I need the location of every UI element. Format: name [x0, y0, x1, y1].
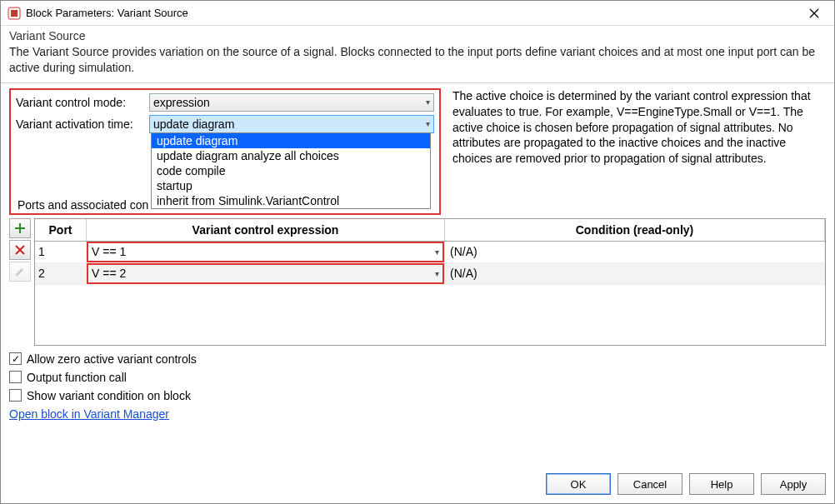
help-button[interactable]: Help — [689, 473, 754, 495]
checkbox-icon — [9, 389, 22, 402]
condition-cell: (N/A) — [445, 263, 825, 284]
ok-button[interactable]: OK — [546, 473, 611, 495]
col-header-expression: Variant control expression — [87, 219, 445, 241]
checkbox-label: Show variant condition on block — [27, 389, 191, 402]
expression-cell[interactable]: V == 1 ▾ — [87, 242, 445, 262]
edit-row-button — [9, 262, 31, 282]
subtitle-area: Variant Source — [1, 26, 834, 44]
pencil-icon — [14, 266, 26, 277]
expression-value: V == 2 — [92, 267, 126, 280]
variant-control-mode-value: expression — [153, 96, 210, 109]
activation-option[interactable]: update diagram analyze all choices — [152, 148, 430, 163]
port-cell: 2 — [35, 263, 87, 284]
variant-activation-time-value: update diagram — [153, 117, 234, 131]
row-action-buttons — [9, 218, 34, 346]
col-header-condition: Condition (read-only) — [445, 219, 825, 241]
block-type-label: Variant Source — [9, 29, 826, 42]
variant-controls-group: Variant control mode: expression ▾ Varia… — [9, 88, 441, 215]
activation-option[interactable]: inherit from Simulink.VariantControl — [152, 193, 430, 208]
checkbox-label: Output function call — [27, 371, 127, 384]
help-text: The active choice is determined by the v… — [441, 88, 826, 215]
window-title: Block Parameters: Variant Source — [26, 7, 798, 19]
expression-value: V == 1 — [92, 245, 126, 258]
options-checkboxes: ✓ Allow zero active variant controls Out… — [1, 346, 834, 404]
ports-table-area: Port Variant control expression Conditio… — [1, 215, 834, 346]
close-button[interactable] — [798, 2, 831, 25]
condition-cell: (N/A) — [445, 242, 825, 262]
titlebar: Block Parameters: Variant Source — [1, 1, 834, 26]
variant-activation-time-dropdown[interactable]: update diagram ▾ — [149, 115, 434, 133]
allow-zero-checkbox-row[interactable]: ✓ Allow zero active variant controls — [9, 352, 826, 366]
ports-table: Port Variant control expression Conditio… — [34, 218, 826, 346]
expression-cell[interactable]: V == 2 ▾ — [87, 263, 445, 284]
checkbox-label: Allow zero active variant controls — [27, 352, 197, 366]
expression-dropdown[interactable]: V == 1 ▾ — [87, 242, 444, 262]
cancel-button[interactable]: Cancel — [618, 473, 682, 495]
variant-activation-time-label: Variant activation time: — [16, 117, 149, 131]
checkbox-icon: ✓ — [9, 352, 22, 365]
variant-manager-link-row: Open block in Variant Manager — [1, 404, 834, 424]
delete-row-button[interactable] — [9, 240, 31, 260]
table-header: Port Variant control expression Conditio… — [35, 219, 825, 242]
apply-button[interactable]: Apply — [761, 473, 826, 495]
ports-section-label: Ports and associated con — [18, 198, 148, 212]
table-body: 1 V == 1 ▾ (N/A) 2 V == 2 ▾ — [35, 242, 825, 345]
output-function-call-checkbox-row[interactable]: Output function call — [9, 371, 826, 384]
activation-option[interactable]: startup — [152, 178, 430, 193]
variant-control-mode-dropdown[interactable]: expression ▾ — [149, 93, 434, 112]
show-variant-condition-checkbox-row[interactable]: Show variant condition on block — [9, 389, 826, 402]
activation-time-options-list: update diagram update diagram analyze al… — [151, 132, 431, 209]
block-description: The Variant Source provides variation on… — [1, 44, 834, 81]
table-row[interactable]: 1 V == 1 ▾ (N/A) — [35, 242, 825, 263]
separator — [1, 82, 834, 83]
open-variant-manager-link[interactable]: Open block in Variant Manager — [9, 407, 169, 421]
table-row[interactable]: 2 V == 2 ▾ (N/A) — [35, 263, 825, 285]
add-row-button[interactable] — [9, 218, 31, 238]
col-header-port: Port — [35, 219, 87, 241]
expression-dropdown[interactable]: V == 2 ▾ — [87, 263, 444, 284]
close-icon — [809, 8, 819, 18]
svg-rect-5 — [15, 227, 25, 229]
svg-rect-1 — [11, 10, 18, 17]
controls-area: Variant control mode: expression ▾ Varia… — [1, 88, 834, 215]
plus-icon — [14, 222, 26, 234]
chevron-down-icon: ▾ — [426, 97, 430, 107]
chevron-down-icon: ▾ — [435, 247, 439, 257]
dialog-footer: OK Cancel Help Apply — [1, 467, 834, 503]
activation-option[interactable]: code compile — [152, 163, 430, 178]
chevron-down-icon: ▾ — [426, 119, 430, 128]
app-icon — [8, 7, 21, 20]
x-icon — [14, 244, 26, 256]
port-cell: 1 — [35, 242, 87, 262]
activation-option[interactable]: update diagram — [152, 133, 430, 148]
chevron-down-icon: ▾ — [435, 269, 439, 278]
variant-control-mode-label: Variant control mode: — [16, 96, 149, 109]
dialog-window: Block Parameters: Variant Source Variant… — [0, 0, 835, 504]
checkbox-icon — [9, 371, 22, 383]
